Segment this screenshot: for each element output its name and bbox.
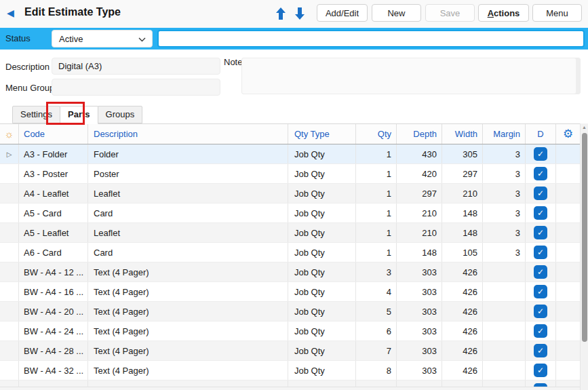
up-arrow-icon[interactable] [275,7,287,20]
table-row[interactable]: BW - A4 - 32 ...Text (4 Pager)Job Qty830… [0,361,580,381]
cell-margin[interactable]: 3 [483,203,526,222]
cell-qty[interactable]: 1 [356,223,397,242]
cell-qty[interactable]: 1 [356,144,397,163]
cell-code[interactable]: BW - A4 - 28 ... [19,341,88,360]
cell-margin[interactable]: 3 [483,164,526,183]
cell-qty-type[interactable]: Job Qty [288,223,356,242]
cell-margin[interactable] [483,361,526,380]
column-chooser-cell[interactable]: ⚙ [556,124,580,144]
cell-qty-type[interactable] [288,381,356,387]
menu-group-field[interactable] [52,79,220,96]
cell-qty-type[interactable]: Job Qty [288,144,356,163]
table-row[interactable]: ▷A3 - FolderFolderJob Qty14303053✓ [0,144,580,164]
cell-qty[interactable]: 7 [356,341,397,360]
scrollbar-thumb[interactable] [582,133,587,342]
table-row[interactable]: BW - A4 - 16 ...Text (4 Pager)Job Qty430… [0,282,580,302]
table-row[interactable]: A5 - CardCardJob Qty12101483✓ [0,203,580,223]
cell-depth[interactable]: 303 [397,361,442,380]
cell-margin[interactable] [483,321,526,340]
scrollbar-up-icon[interactable]: ▲ [581,125,588,130]
cell-code[interactable] [19,381,88,387]
row-indicator-cell[interactable] [0,262,19,281]
cell-width[interactable]: 305 [442,144,483,163]
cell-margin[interactable]: 3 [483,184,526,203]
cell-width[interactable] [442,381,483,387]
cell-qty[interactable]: 1 [356,184,397,203]
cell-depth[interactable]: 303 [397,341,442,360]
description-field[interactable] [52,58,220,75]
cell-margin[interactable] [483,341,526,360]
cell-margin[interactable]: 3 [483,144,526,163]
column-header-code[interactable]: Code [19,124,88,144]
cell-depth[interactable]: 303 [397,262,442,281]
cell-description[interactable]: Text (4 Pager) [88,341,288,360]
tab-groups[interactable]: Groups [98,106,143,123]
cell-width[interactable]: 426 [442,302,483,321]
horizontal-scrollbar-track[interactable] [0,387,580,390]
cell-width[interactable]: 426 [442,262,483,281]
cell-description[interactable]: Leaflet [88,184,288,203]
row-indicator-cell[interactable] [0,341,19,360]
note-field[interactable] [241,58,581,94]
table-row[interactable]: BW - A4 - 20 ...Text (4 Pager)Job Qty530… [0,302,580,321]
cell-depth[interactable]: 420 [397,164,442,183]
cell-width[interactable]: 148 [442,203,483,222]
cell-qty-type[interactable]: Job Qty [288,282,356,301]
back-icon[interactable]: ◀ [7,7,14,18]
cell-qty[interactable] [356,381,397,387]
cell-code[interactable]: BW - A4 - 24 ... [19,321,88,340]
status-dropdown[interactable]: Active [52,30,153,47]
row-indicator-cell[interactable] [0,282,19,301]
cell-margin[interactable] [483,302,526,321]
cell-width[interactable]: 426 [442,282,483,301]
cell-code[interactable]: BW - A4 - 16 ... [19,282,88,301]
d-checkbox[interactable]: ✓ [534,305,547,318]
table-row[interactable]: BW - A4 - 24 ...Text (4 Pager)Job Qty630… [0,321,580,341]
cell-description[interactable]: Text (4 Pager) [88,262,288,281]
cell-margin[interactable] [483,381,526,387]
cell-code[interactable]: BW - A4 - 20 ... [19,302,88,321]
cell-qty-type[interactable]: Job Qty [288,302,356,321]
menu-button[interactable]: Menu [532,4,582,22]
cell-qty[interactable]: 5 [356,302,397,321]
cell-description[interactable]: Poster [88,164,288,183]
cell-description[interactable]: Text (4 Pager) [88,282,288,301]
table-row[interactable]: A3 - PosterPosterJob Qty14202973✓ [0,164,580,184]
cell-description[interactable]: Text (4 Pager) [88,321,288,340]
row-indicator-cell[interactable]: ▷ [0,144,19,163]
row-indicator-cell[interactable] [0,223,19,242]
cell-depth[interactable]: 210 [397,223,442,242]
row-indicator-cell[interactable] [0,164,19,183]
cell-qty-type[interactable]: Job Qty [288,164,356,183]
cell-depth[interactable]: 297 [397,184,442,203]
column-header-qty-type[interactable]: Qty Type [288,124,356,144]
d-checkbox[interactable]: ✓ [534,324,547,338]
cell-qty[interactable]: 3 [356,262,397,281]
d-checkbox[interactable]: ✓ [534,344,547,357]
column-header-d[interactable]: D [526,124,556,144]
column-header-width[interactable]: Width [442,124,483,144]
row-indicator-cell[interactable] [0,302,19,321]
cell-depth[interactable]: 210 [397,203,442,222]
cell-qty-type[interactable]: Job Qty [288,341,356,360]
cell-code[interactable]: A3 - Poster [19,164,88,183]
table-row[interactable]: BW - A4 - 12 ...Text (4 Pager)Job Qty330… [0,262,580,282]
cell-qty-type[interactable]: Job Qty [288,262,356,281]
cell-depth[interactable] [397,381,442,387]
cell-qty[interactable]: 4 [356,282,397,301]
row-indicator-cell[interactable] [0,184,19,203]
add-edit-button[interactable]: Add/Edit [317,4,368,22]
actions-button[interactable]: Actions [478,4,529,22]
d-checkbox[interactable]: ✓ [534,167,547,180]
cell-code[interactable]: A5 - Leaflet [19,223,88,242]
row-indicator-cell[interactable] [0,321,19,340]
column-header-qty[interactable]: Qty [356,124,397,144]
column-header-description[interactable]: Description [88,124,288,144]
cell-qty[interactable]: 8 [356,361,397,380]
d-checkbox[interactable]: ✓ [534,285,547,298]
row-indicator-cell[interactable] [0,361,19,380]
row-indicator-cell[interactable] [0,203,19,222]
cell-code[interactable]: A6 - Card [19,243,88,262]
table-row[interactable]: A5 - LeafletLeafletJob Qty12101483✓ [0,223,580,243]
row-indicator-cell[interactable] [0,381,19,387]
